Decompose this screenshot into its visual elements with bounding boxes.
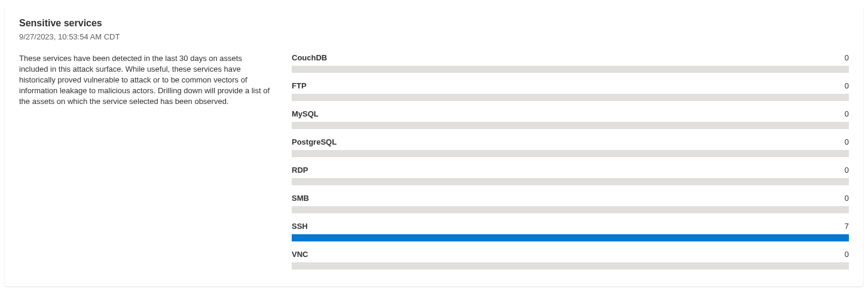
bar-value: 0: [845, 250, 849, 259]
bar-label-line: FTP0: [292, 81, 849, 90]
bar-label: FTP: [292, 81, 307, 90]
description-column: These services have been detected in the…: [19, 53, 270, 270]
card-content: These services have been detected in the…: [19, 53, 849, 270]
bar-value: 0: [845, 137, 849, 146]
bar-track[interactable]: [292, 122, 849, 129]
bar-track[interactable]: [292, 178, 849, 185]
bar-row[interactable]: FTP0: [292, 81, 849, 101]
bar-track[interactable]: [292, 234, 849, 241]
bar-track[interactable]: [292, 262, 849, 270]
bar-label-line: MySQL0: [292, 109, 849, 118]
bar-fill: [292, 234, 849, 241]
bar-label: VNC: [292, 250, 308, 259]
bar-value: 0: [845, 194, 849, 203]
bar-row[interactable]: SSH7: [292, 222, 849, 241]
bar-value: 0: [845, 53, 849, 62]
card-header: Sensitive services 9/27/2023, 10:53:54 A…: [19, 17, 849, 41]
bar-row[interactable]: PostgreSQL0: [292, 137, 849, 157]
card-timestamp: 9/27/2023, 10:53:54 AM CDT: [19, 32, 849, 41]
bar-label: PostgreSQL: [292, 137, 337, 146]
bar-track[interactable]: [292, 94, 849, 101]
bar-row[interactable]: RDP0: [292, 166, 849, 185]
bars-column: CouchDB0FTP0MySQL0PostgreSQL0RDP0SMB0SSH…: [292, 53, 849, 270]
bar-label-line: CouchDB0: [292, 53, 849, 62]
bar-track[interactable]: [292, 206, 849, 213]
bar-value: 7: [845, 222, 849, 231]
bar-label-line: SMB0: [292, 194, 849, 203]
bar-row[interactable]: SMB0: [292, 194, 849, 213]
bar-label: CouchDB: [292, 53, 327, 62]
bar-label-line: VNC0: [292, 250, 849, 259]
description-text: These services have been detected in the…: [19, 53, 270, 107]
bar-track[interactable]: [292, 66, 849, 73]
sensitive-services-card: Sensitive services 9/27/2023, 10:53:54 A…: [5, 5, 863, 286]
bar-row[interactable]: MySQL0: [292, 109, 849, 129]
bar-row[interactable]: VNC0: [292, 250, 849, 270]
bar-value: 0: [845, 109, 849, 118]
bar-label: SMB: [292, 194, 309, 203]
bar-label: MySQL: [292, 109, 319, 118]
bar-label: SSH: [292, 222, 308, 231]
bar-row[interactable]: CouchDB0: [292, 53, 849, 73]
bar-label: RDP: [292, 166, 308, 175]
bar-label-line: RDP0: [292, 166, 849, 175]
bar-track[interactable]: [292, 150, 849, 157]
bar-label-line: PostgreSQL0: [292, 137, 849, 146]
card-title: Sensitive services: [19, 17, 849, 30]
bar-value: 0: [845, 81, 849, 90]
bar-value: 0: [845, 166, 849, 175]
bar-label-line: SSH7: [292, 222, 849, 231]
